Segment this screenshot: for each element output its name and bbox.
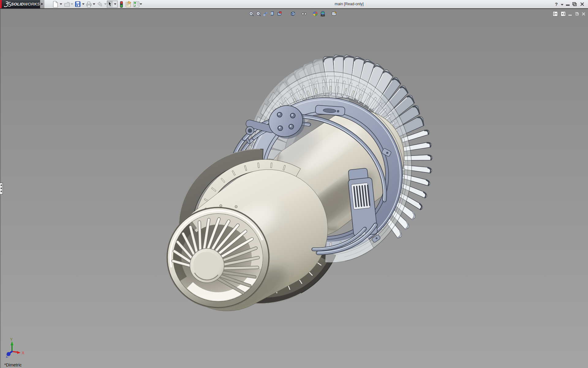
svg-text:?: ? xyxy=(555,2,558,7)
svg-text:Y: Y xyxy=(10,337,13,342)
svg-text:Z: Z xyxy=(6,354,8,358)
svg-text:X: X xyxy=(22,351,24,355)
